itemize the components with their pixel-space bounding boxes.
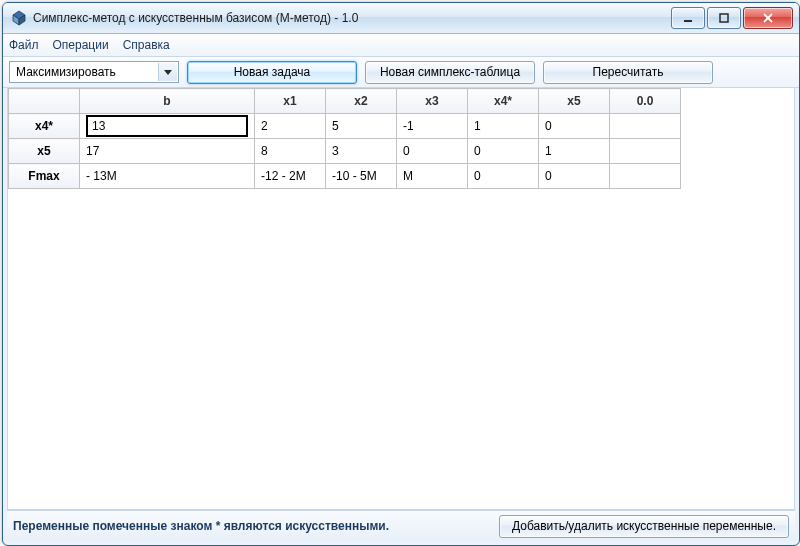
svg-rect-3 xyxy=(684,20,692,22)
table-cell[interactable] xyxy=(80,114,255,139)
artificial-note: Переменные помеченные знаком * являются … xyxy=(13,519,389,533)
artificial-vars-button[interactable]: Добавить/удалить искусственные переменны… xyxy=(499,515,789,538)
titlebar: Симплекс-метод с искусственным базисом (… xyxy=(3,3,799,34)
table-corner xyxy=(9,89,80,114)
col-header[interactable]: x2 xyxy=(326,89,397,114)
table-cell[interactable]: 0 xyxy=(468,139,539,164)
svg-marker-7 xyxy=(164,70,172,75)
table-cell[interactable]: 1 xyxy=(539,139,610,164)
minimize-icon xyxy=(683,13,693,23)
menubar: Файл Операции Справка xyxy=(3,34,799,57)
table-cell[interactable]: 0 xyxy=(539,114,610,139)
menu-operations[interactable]: Операции xyxy=(53,38,109,52)
table-cell[interactable] xyxy=(610,139,681,164)
footer-bar: Переменные помеченные знаком * являются … xyxy=(7,510,795,541)
cell-editor[interactable] xyxy=(86,115,248,137)
objective-select[interactable]: Максимизировать xyxy=(9,61,179,83)
row-header[interactable]: Fmax xyxy=(9,164,80,189)
chevron-down-icon xyxy=(164,65,172,79)
window-controls xyxy=(671,7,793,29)
close-button[interactable] xyxy=(743,7,793,29)
col-header[interactable]: x3 xyxy=(397,89,468,114)
table-cell[interactable]: - 13M xyxy=(80,164,255,189)
table-cell[interactable]: 0 xyxy=(539,164,610,189)
col-header[interactable]: x1 xyxy=(255,89,326,114)
app-window: Симплекс-метод с искусственным базисом (… xyxy=(2,2,800,546)
content-area: b x1 x2 x3 x4* x5 0.0 x4*25-110x51783001… xyxy=(7,88,795,510)
table-cell[interactable]: -12 - 2M xyxy=(255,164,326,189)
minimize-button[interactable] xyxy=(671,7,705,29)
maximize-button[interactable] xyxy=(707,7,741,29)
col-header[interactable]: x4* xyxy=(468,89,539,114)
maximize-icon xyxy=(719,13,729,23)
col-header[interactable]: b xyxy=(80,89,255,114)
menu-help[interactable]: Справка xyxy=(123,38,170,52)
table-cell[interactable]: 8 xyxy=(255,139,326,164)
table-cell[interactable]: 0 xyxy=(468,164,539,189)
close-icon xyxy=(762,13,774,23)
table-cell[interactable]: M xyxy=(397,164,468,189)
table-cell[interactable]: 2 xyxy=(255,114,326,139)
simplex-table[interactable]: b x1 x2 x3 x4* x5 0.0 x4*25-110x51783001… xyxy=(8,88,681,189)
col-header[interactable]: 0.0 xyxy=(610,89,681,114)
table-cell[interactable]: 0 xyxy=(397,139,468,164)
table-cell[interactable]: 5 xyxy=(326,114,397,139)
new-task-button[interactable]: Новая задача xyxy=(187,61,357,84)
table-cell[interactable]: 17 xyxy=(80,139,255,164)
row-header[interactable]: x5 xyxy=(9,139,80,164)
window-title: Симплекс-метод с искусственным базисом (… xyxy=(33,11,671,25)
table-cell[interactable] xyxy=(610,114,681,139)
table-cell[interactable] xyxy=(610,164,681,189)
app-icon xyxy=(11,10,27,26)
new-table-button[interactable]: Новая симплекс-таблица xyxy=(365,61,535,84)
table-row: x51783001 xyxy=(9,139,681,164)
toolbar: Максимизировать Новая задача Новая симпл… xyxy=(3,57,799,88)
objective-select-value: Максимизировать xyxy=(16,65,116,79)
table-cell[interactable]: 3 xyxy=(326,139,397,164)
table-row: Fmax- 13M-12 - 2M-10 - 5MM00 xyxy=(9,164,681,189)
table-cell[interactable]: -1 xyxy=(397,114,468,139)
recalculate-button[interactable]: Пересчитать xyxy=(543,61,713,84)
row-header[interactable]: x4* xyxy=(9,114,80,139)
col-header[interactable]: x5 xyxy=(539,89,610,114)
table-row: x4*25-110 xyxy=(9,114,681,139)
table-cell[interactable]: 1 xyxy=(468,114,539,139)
svg-rect-4 xyxy=(720,14,728,22)
menu-file[interactable]: Файл xyxy=(9,38,39,52)
table-cell[interactable]: -10 - 5M xyxy=(326,164,397,189)
table-header-row: b x1 x2 x3 x4* x5 0.0 xyxy=(9,89,681,114)
